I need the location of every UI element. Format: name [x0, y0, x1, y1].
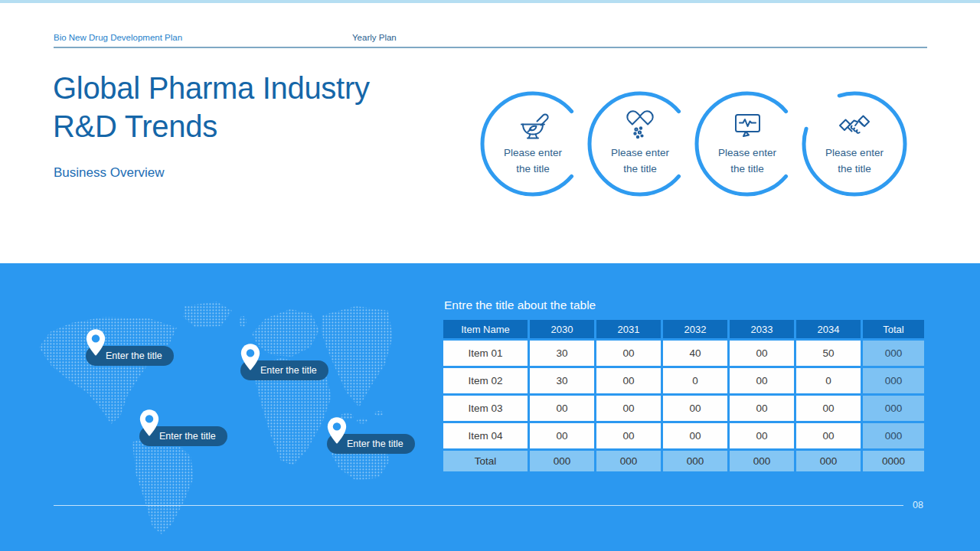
slide-subtitle[interactable]: Business Overview — [54, 165, 165, 181]
value-cell[interactable]: 00 — [530, 396, 594, 421]
column-header-2033[interactable]: 2033 — [730, 320, 794, 338]
value-cell[interactable]: 00 — [596, 423, 661, 448]
row-total-cell[interactable]: 000 — [863, 341, 924, 366]
value-cell[interactable]: 0 — [663, 368, 727, 393]
value-cell[interactable]: 00 — [730, 368, 794, 393]
value-cell[interactable]: 00 — [530, 423, 594, 448]
data-table: Item Name20302031203220332034Total Item … — [441, 318, 926, 474]
row-total-cell[interactable]: 000 — [863, 423, 924, 448]
value-cell[interactable]: 50 — [796, 341, 861, 366]
map-pin-icon — [139, 409, 160, 437]
column-header-2034[interactable]: 2034 — [796, 320, 861, 338]
map-pin-icon — [240, 343, 261, 371]
value-cell[interactable]: 30 — [530, 368, 594, 393]
total-row-value-cell[interactable]: 000 — [596, 451, 661, 471]
map-pin-icon — [85, 328, 106, 357]
total-row-value-cell[interactable]: 000 — [730, 451, 794, 471]
value-cell[interactable]: 0 — [796, 368, 861, 393]
process-circle-3[interactable]: Please enterthe title — [694, 91, 800, 197]
total-row-value-cell[interactable]: 000 — [663, 451, 727, 471]
table-body: Item 013000400050000Item 0230000000000It… — [443, 341, 924, 471]
circle-label: Please enterthe title — [694, 145, 800, 177]
table-total-row: Total0000000000000000000 — [443, 451, 924, 471]
value-cell[interactable]: 00 — [596, 396, 661, 421]
circle-ring — [694, 91, 800, 197]
value-cell[interactable]: 00 — [730, 341, 794, 366]
circle-ring — [802, 91, 907, 197]
page-number: 08 — [913, 500, 923, 510]
value-cell[interactable]: 00 — [796, 423, 861, 448]
value-cell[interactable]: 40 — [663, 341, 727, 366]
row-name-cell[interactable]: Item 02 — [443, 368, 528, 393]
value-cell[interactable]: 30 — [530, 341, 594, 366]
slide-title-line1: Global Pharma Industry — [53, 71, 370, 105]
column-header-2032[interactable]: 2032 — [663, 320, 727, 338]
value-cell[interactable]: 00 — [663, 396, 727, 421]
total-row-label-cell[interactable]: Total — [443, 451, 528, 471]
mortar-pestle-icon — [514, 109, 551, 143]
process-circles: Please enterthe title Please enterthe ti… — [480, 91, 907, 197]
footer-divider — [54, 505, 903, 506]
slide-canvas: Bio New Drug Development Plan Yearly Pla… — [0, 0, 980, 551]
value-cell[interactable]: 00 — [596, 341, 661, 366]
circle-ring — [587, 91, 693, 197]
column-header-2031[interactable]: 2031 — [596, 320, 661, 338]
row-name-cell[interactable]: Item 04 — [443, 423, 528, 448]
capsule-icon — [622, 109, 658, 143]
row-total-cell[interactable]: 000 — [863, 396, 924, 421]
circle-label: Please enterthe title — [480, 145, 586, 177]
circle-ring — [480, 91, 586, 197]
value-cell[interactable]: 00 — [796, 396, 861, 421]
value-cell[interactable]: 00 — [730, 396, 794, 421]
handshake-icon — [836, 109, 873, 143]
header-right-label: Yearly Plan — [352, 33, 397, 42]
process-circle-2[interactable]: Please enterthe title — [587, 91, 693, 197]
process-circle-4[interactable]: Please enterthe title — [802, 91, 907, 197]
monitor-pulse-icon — [729, 109, 766, 143]
row-name-cell[interactable]: Item 03 — [443, 396, 528, 421]
map-pin-icon — [326, 416, 348, 445]
table-header-row: Item Name20302031203220332034Total — [443, 320, 924, 338]
column-header-2030[interactable]: 2030 — [530, 320, 594, 338]
column-header-item-name[interactable]: Item Name — [443, 320, 528, 338]
slide-title[interactable]: Global Pharma IndustryR&D Trends — [53, 69, 370, 145]
total-row-value-cell[interactable]: 000 — [530, 451, 594, 471]
process-circle-1[interactable]: Please enterthe title — [480, 91, 586, 197]
table-row-1: Item 013000400050000 — [443, 341, 924, 366]
grand-total-cell[interactable]: 0000 — [863, 451, 924, 471]
value-cell[interactable]: 00 — [596, 368, 661, 393]
row-total-cell[interactable]: 000 — [863, 368, 924, 393]
top-accent-strip — [0, 0, 980, 3]
slide-title-line2: R&D Trends — [53, 109, 217, 143]
table-row-3: Item 030000000000000 — [443, 396, 924, 421]
circle-label: Please enterthe title — [802, 145, 907, 177]
value-cell[interactable]: 00 — [730, 423, 794, 448]
column-header-total[interactable]: Total — [863, 320, 924, 338]
header-divider — [54, 47, 927, 48]
header-left-label: Bio New Drug Development Plan — [54, 33, 182, 42]
table-header: Item Name20302031203220332034Total — [443, 320, 924, 338]
table-title[interactable]: Entre the title about the table — [444, 298, 596, 312]
table-row-4: Item 040000000000000 — [443, 423, 924, 448]
value-cell[interactable]: 00 — [663, 423, 727, 448]
row-name-cell[interactable]: Item 01 — [443, 341, 528, 366]
circle-label: Please enterthe title — [587, 145, 693, 177]
total-row-value-cell[interactable]: 000 — [796, 451, 861, 471]
table-row-2: Item 0230000000000 — [443, 368, 924, 393]
bottom-section: Enter the title Enter the title Enter th… — [0, 263, 980, 551]
